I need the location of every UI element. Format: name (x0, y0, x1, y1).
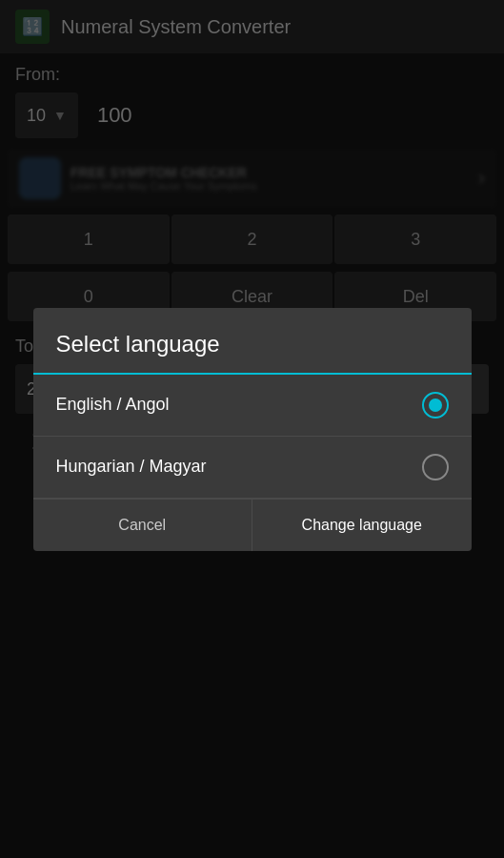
radio-hungarian (422, 454, 449, 480)
option-hungarian-label: Hungarian / Magyar (56, 457, 207, 477)
cancel-button[interactable]: Cancel (33, 500, 252, 551)
change-language-button[interactable]: Change language (252, 500, 472, 551)
option-hungarian[interactable]: Hungarian / Magyar (33, 437, 472, 499)
radio-english (422, 392, 449, 419)
language-dialog: Select language English / Angol Hungaria… (33, 308, 472, 551)
option-english[interactable]: English / Angol (33, 375, 472, 437)
radio-english-inner (429, 398, 442, 412)
dialog-overlay: Select language English / Angol Hungaria… (0, 0, 504, 858)
dialog-title: Select language (33, 308, 472, 373)
dialog-actions: Cancel Change language (33, 499, 472, 551)
option-english-label: English / Angol (56, 395, 170, 415)
